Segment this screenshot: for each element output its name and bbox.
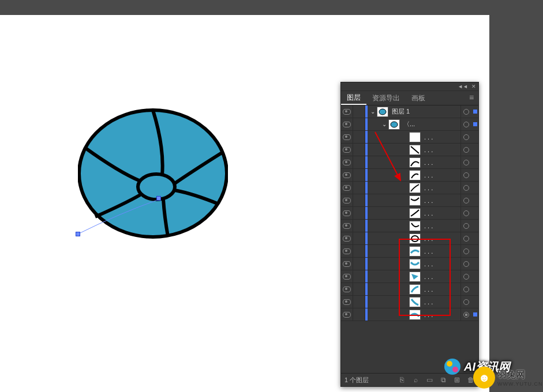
layer-row-path[interactable]: . . .	[341, 232, 478, 245]
tab-artboards[interactable]: 画板	[406, 91, 431, 105]
selection-indicator[interactable]	[471, 296, 478, 308]
close-icon[interactable]: ✕	[471, 84, 476, 89]
visibility-toggle[interactable]	[341, 105, 353, 118]
lock-toggle[interactable]	[353, 296, 365, 308]
locate-object-icon[interactable]: ⎘	[398, 376, 406, 384]
target-icon[interactable]	[460, 118, 471, 130]
selection-indicator[interactable]	[471, 105, 478, 118]
selection-indicator[interactable]	[471, 144, 478, 156]
lock-toggle[interactable]	[353, 245, 365, 257]
target-icon[interactable]	[460, 283, 471, 295]
visibility-toggle[interactable]	[341, 194, 353, 206]
lock-toggle[interactable]	[353, 220, 365, 232]
layer-row-path[interactable]: . . .	[341, 308, 478, 321]
tab-layers[interactable]: 图层	[341, 91, 366, 105]
selection-indicator[interactable]	[471, 194, 478, 206]
visibility-toggle[interactable]	[341, 131, 353, 143]
selection-indicator[interactable]	[471, 283, 478, 295]
layer-row-path[interactable]: . . .	[341, 144, 478, 156]
anchor-point[interactable]	[156, 196, 161, 201]
visibility-toggle[interactable]	[341, 118, 353, 130]
selection-indicator[interactable]	[471, 270, 478, 282]
layer-label[interactable]: . . .	[423, 159, 460, 166]
layer-label[interactable]: . . .	[423, 235, 460, 242]
selection-indicator[interactable]	[471, 156, 478, 168]
selection-indicator[interactable]	[471, 220, 478, 232]
expand-toggle[interactable]: ⌄	[381, 121, 387, 127]
layer-row-path[interactable]: . . .	[341, 296, 478, 308]
anchor-point[interactable]	[76, 232, 80, 236]
delete-layer-icon[interactable]: 🗑	[467, 376, 475, 384]
layer-label[interactable]: . . .	[423, 197, 460, 204]
layer-label[interactable]: . . .	[423, 146, 460, 153]
lock-toggle[interactable]	[353, 169, 365, 181]
layer-label[interactable]: . . .	[423, 210, 460, 217]
selection-indicator[interactable]	[471, 245, 478, 257]
visibility-toggle[interactable]	[341, 308, 353, 321]
new-sublayer-icon[interactable]: ⧉	[439, 376, 447, 384]
layer-row-main[interactable]: ⌄ 图层 1	[341, 105, 478, 118]
lock-toggle[interactable]	[353, 207, 365, 219]
visibility-toggle[interactable]	[341, 207, 353, 219]
layer-row-path[interactable]: . . .	[341, 169, 478, 182]
lock-toggle[interactable]	[353, 258, 365, 270]
expand-toggle[interactable]: ⌄	[370, 108, 376, 115]
lock-toggle[interactable]	[353, 105, 365, 118]
layer-row-group[interactable]: ⌄ 〈...	[341, 118, 478, 131]
target-icon[interactable]	[460, 105, 471, 118]
layer-label[interactable]: . . .	[423, 311, 460, 318]
lock-toggle[interactable]	[353, 283, 365, 295]
target-icon[interactable]	[460, 308, 471, 321]
layer-row-path[interactable]: . . .	[341, 245, 478, 258]
target-icon[interactable]	[460, 245, 471, 257]
layer-label[interactable]: . . .	[423, 134, 460, 141]
target-icon[interactable]	[460, 182, 471, 194]
lock-toggle[interactable]	[353, 270, 365, 282]
visibility-toggle[interactable]	[341, 296, 353, 308]
visibility-toggle[interactable]	[341, 232, 353, 244]
layer-row-path[interactable]: . . .	[341, 283, 478, 296]
tab-asset-export[interactable]: 资源导出	[366, 91, 406, 105]
visibility-toggle[interactable]	[341, 270, 353, 282]
artwork-beach-ball[interactable]	[78, 107, 228, 246]
target-icon[interactable]	[460, 144, 471, 156]
target-icon[interactable]	[460, 296, 471, 308]
target-icon[interactable]	[460, 169, 471, 181]
layer-row-path[interactable]: . . .	[341, 156, 478, 169]
visibility-toggle[interactable]	[341, 182, 353, 194]
layer-row-path[interactable]: . . .	[341, 258, 478, 270]
target-icon[interactable]	[460, 232, 471, 244]
layer-label[interactable]: . . .	[423, 248, 460, 255]
selection-indicator[interactable]	[471, 118, 478, 130]
panel-menu-icon[interactable]: ≡	[467, 93, 476, 103]
lock-toggle[interactable]	[353, 182, 365, 194]
target-icon[interactable]	[460, 220, 471, 232]
new-layer-icon[interactable]: ⊞	[453, 376, 461, 384]
layer-label[interactable]: 图层 1	[391, 107, 460, 116]
visibility-toggle[interactable]	[341, 258, 353, 270]
selection-indicator[interactable]	[471, 182, 478, 194]
layer-label[interactable]: 〈...	[402, 120, 460, 129]
target-icon[interactable]	[460, 270, 471, 282]
lock-toggle[interactable]	[353, 131, 365, 143]
selection-indicator[interactable]	[471, 169, 478, 181]
make-clip-icon[interactable]: ▭	[425, 376, 433, 384]
lock-toggle[interactable]	[353, 308, 365, 321]
layer-row-path[interactable]: . . .	[341, 220, 478, 232]
visibility-toggle[interactable]	[341, 283, 353, 295]
selection-indicator[interactable]	[471, 258, 478, 270]
lock-toggle[interactable]	[353, 118, 365, 130]
layer-row-path[interactable]: . . .	[341, 194, 478, 207]
layer-label[interactable]: . . .	[423, 172, 460, 179]
lock-toggle[interactable]	[353, 232, 365, 244]
target-icon[interactable]	[460, 131, 471, 143]
target-icon[interactable]	[460, 156, 471, 168]
layer-row-path[interactable]: . . .	[341, 131, 478, 144]
visibility-toggle[interactable]	[341, 220, 353, 232]
target-icon[interactable]	[460, 207, 471, 219]
lock-toggle[interactable]	[353, 194, 365, 206]
lock-toggle[interactable]	[353, 156, 365, 168]
visibility-toggle[interactable]	[341, 245, 353, 257]
layer-row-path[interactable]: . . .	[341, 207, 478, 220]
lock-toggle[interactable]	[353, 144, 365, 156]
